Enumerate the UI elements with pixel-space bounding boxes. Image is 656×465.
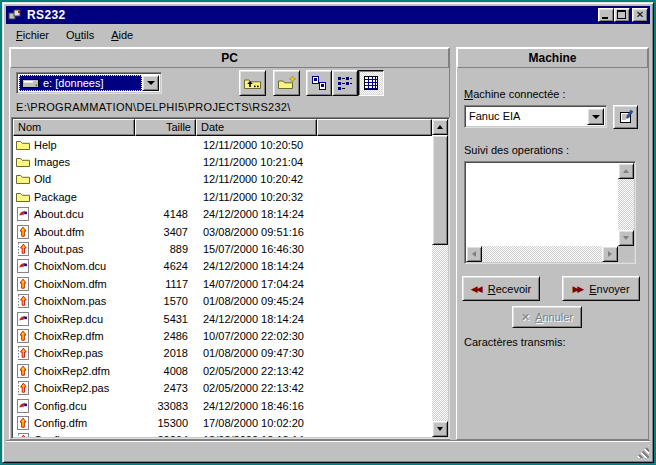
double-right-arrow-icon: ▶▶ bbox=[572, 284, 584, 294]
arrow-up-icon bbox=[623, 169, 629, 173]
memo-horizontal-scrollbar[interactable] bbox=[466, 246, 618, 262]
file-row[interactable]: ChoixRep2.pas 2473 02/05/2000 22:13:42 bbox=[13, 379, 432, 396]
report-view-button[interactable] bbox=[358, 70, 384, 96]
file-size: 4148 bbox=[135, 208, 196, 220]
memo-vertical-scrollbar[interactable] bbox=[618, 163, 634, 246]
file-name: ChoixRep2.pas bbox=[34, 382, 109, 394]
drive-combo[interactable]: e: [donnees] bbox=[16, 72, 162, 94]
receive-button-label: Recevoir bbox=[488, 283, 531, 295]
file-date: 12/11/2000 10:20:32 bbox=[196, 191, 303, 203]
machine-combo[interactable]: Fanuc EIA bbox=[464, 105, 607, 128]
file-name: Config.pas bbox=[34, 434, 87, 437]
file-row[interactable]: Config.dcu 33083 24/12/2000 18:46:16 bbox=[13, 397, 432, 414]
file-size: 1570 bbox=[135, 295, 196, 307]
file-row[interactable]: About.dcu 4148 24/12/2000 18:14:24 bbox=[13, 206, 432, 223]
menu-item-outils[interactable]: Outils bbox=[60, 27, 100, 43]
column-header-empty[interactable] bbox=[317, 119, 432, 136]
file-row[interactable]: ChoixNom.pas 1570 01/08/2000 09:45:24 bbox=[13, 293, 432, 310]
folder-icon bbox=[15, 154, 31, 170]
icons-view-button[interactable] bbox=[306, 70, 332, 96]
file-row[interactable]: ChoixRep.dfm 2486 10/07/2000 22:02:30 bbox=[13, 327, 432, 344]
file-row[interactable]: ChoixRep2.dfm 4008 02/05/2000 22:13:42 bbox=[13, 362, 432, 379]
file-date: 14/07/2000 17:04:24 bbox=[196, 278, 304, 290]
close-icon: ✕ bbox=[633, 9, 647, 21]
operations-log[interactable] bbox=[467, 164, 617, 245]
file-row[interactable]: Package 12/11/2000 10:20:32 bbox=[13, 188, 432, 205]
scroll-up-button[interactable] bbox=[432, 119, 448, 135]
machine-connected-label: Machine connectée : bbox=[464, 88, 566, 100]
pas-file-icon bbox=[15, 380, 31, 396]
column-header-nom[interactable]: Nom bbox=[13, 119, 135, 136]
chevron-down-icon bbox=[592, 115, 600, 119]
pas-file-icon bbox=[15, 432, 31, 437]
file-size: 33083 bbox=[135, 400, 196, 412]
file-row[interactable]: Old 12/11/2000 10:20:42 bbox=[13, 171, 432, 188]
memo-scroll-left-button[interactable] bbox=[466, 246, 482, 262]
file-size: 2018 bbox=[135, 347, 196, 359]
file-list-scrollbar[interactable] bbox=[432, 119, 448, 437]
file-name: ChoixRep.dcu bbox=[34, 313, 103, 325]
machine-panel: Machine Machine connectée : Fanuc EIA Su… bbox=[456, 47, 649, 440]
minimize-button[interactable] bbox=[598, 8, 614, 22]
file-list: Nom Taille Date Help 12/11/2000 10:20:50… bbox=[11, 117, 450, 439]
menu-item-fichier[interactable]: Fichier bbox=[10, 27, 55, 43]
status-bar bbox=[6, 440, 650, 459]
file-row[interactable]: Config.dfm 15300 17/08/2000 10:02:20 bbox=[13, 414, 432, 431]
file-row[interactable]: Help 12/11/2000 10:20:50 bbox=[13, 136, 432, 153]
file-row[interactable]: ChoixNom.dcu 4624 24/12/2000 18:14:24 bbox=[13, 258, 432, 275]
send-button[interactable]: ▶▶ Envoyer bbox=[562, 276, 640, 301]
pas-file-icon bbox=[15, 345, 31, 361]
arrow-down-icon bbox=[437, 427, 443, 431]
close-button[interactable]: ✕ bbox=[632, 8, 648, 22]
machine-combo-dropdown-button[interactable] bbox=[587, 108, 604, 125]
file-row[interactable]: ChoixRep.dcu 5431 24/12/2000 18:14:24 bbox=[13, 310, 432, 327]
up-one-level-button[interactable] bbox=[239, 70, 266, 96]
file-date: 02/05/2000 22:13:42 bbox=[196, 365, 304, 377]
list-view-button[interactable] bbox=[332, 70, 358, 96]
cancel-button[interactable]: ✕ Annuler bbox=[512, 306, 582, 328]
file-row[interactable]: Config.pas 30264 18/08/2000 18:18:14 bbox=[13, 432, 432, 437]
file-name: ChoixRep.pas bbox=[34, 347, 103, 359]
file-date: 12/11/2000 10:20:42 bbox=[196, 173, 303, 185]
list-view-icon bbox=[337, 75, 353, 91]
file-row[interactable]: Images 12/11/2000 10:21:04 bbox=[13, 153, 432, 170]
file-date: 12/11/2000 10:20:50 bbox=[196, 139, 303, 151]
app-icon[interactable] bbox=[8, 8, 23, 22]
file-size: 4008 bbox=[135, 365, 196, 377]
file-name: ChoixNom.dcu bbox=[34, 260, 106, 272]
file-row[interactable]: ChoixRep.pas 2018 01/08/2000 09:47:30 bbox=[13, 345, 432, 362]
file-row[interactable]: About.pas 889 15/07/2000 16:46:30 bbox=[13, 240, 432, 257]
file-name: ChoixNom.dfm bbox=[34, 278, 107, 290]
drive-combo-selection: e: [donnees] bbox=[19, 75, 142, 91]
memo-scrollbar-corner bbox=[618, 246, 634, 262]
arrow-right-icon bbox=[608, 251, 612, 257]
dcu-file-icon bbox=[15, 398, 31, 414]
dcu-file-icon bbox=[15, 258, 31, 274]
drive-combo-dropdown-button[interactable] bbox=[142, 75, 159, 91]
file-name: About.dcu bbox=[34, 208, 84, 220]
receive-button[interactable]: ◀◀ Recevoir bbox=[462, 276, 540, 301]
current-path-label: E:\PROGRAMMATION\DELPHI5\PROJECTS\RS232\ bbox=[16, 101, 291, 113]
title-bar[interactable]: RS232 ✕ bbox=[6, 6, 650, 24]
new-folder-button[interactable] bbox=[273, 70, 300, 96]
menu-item-aide[interactable]: Aide bbox=[105, 27, 139, 43]
file-date: 24/12/2000 18:46:16 bbox=[196, 400, 304, 412]
scroll-down-button[interactable] bbox=[432, 421, 448, 437]
memo-scroll-right-button[interactable] bbox=[602, 246, 618, 262]
column-header-date[interactable]: Date bbox=[196, 119, 317, 136]
memo-scroll-up-button[interactable] bbox=[618, 163, 634, 179]
file-date: 17/08/2000 10:02:20 bbox=[196, 417, 304, 429]
machine-properties-button[interactable] bbox=[613, 105, 638, 129]
app-window: RS232 ✕ Fichier Outils Aide PC e: [donne… bbox=[2, 2, 654, 463]
file-row[interactable]: About.dfm 3407 03/08/2000 09:51:16 bbox=[13, 223, 432, 240]
file-row[interactable]: ChoixNom.dfm 1117 14/07/2000 17:04:24 bbox=[13, 275, 432, 292]
column-header-taille[interactable]: Taille bbox=[135, 119, 196, 136]
memo-scroll-down-button[interactable] bbox=[618, 230, 634, 246]
maximize-button[interactable] bbox=[614, 8, 630, 22]
resize-grip[interactable] bbox=[636, 445, 649, 458]
arrow-up-icon bbox=[437, 125, 443, 129]
scroll-thumb[interactable] bbox=[432, 135, 448, 245]
file-name: ChoixRep2.dfm bbox=[34, 365, 110, 377]
drive-combo-value: e: [donnees] bbox=[43, 77, 104, 89]
file-date: 24/12/2000 18:14:24 bbox=[196, 208, 304, 220]
